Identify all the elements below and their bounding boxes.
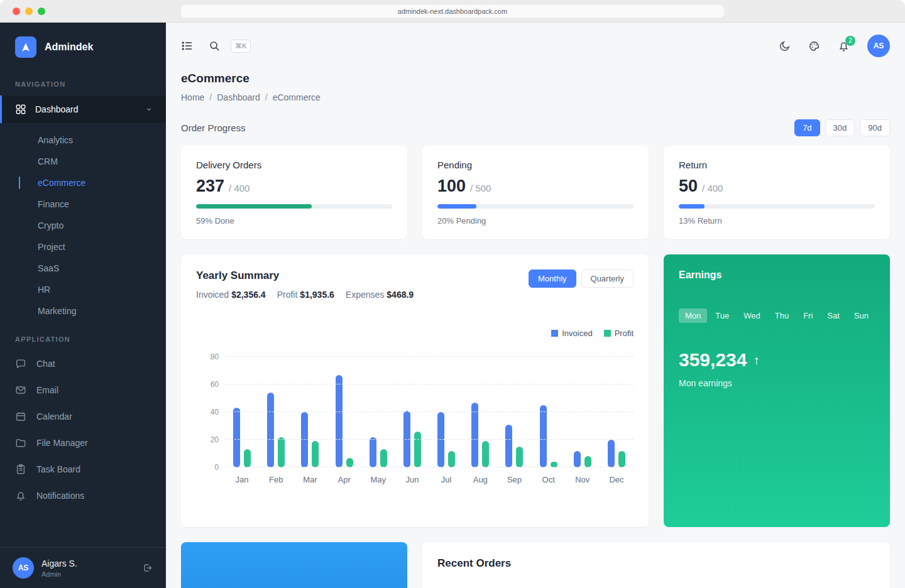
chart-x-label-mar: Mar — [293, 475, 327, 484]
zoom-window-button[interactable] — [38, 8, 45, 15]
theme-palette-icon[interactable] — [808, 40, 820, 52]
bar-profit-feb — [278, 437, 285, 467]
sidebar-item-dashboard[interactable]: Dashboard — [0, 95, 166, 123]
range-button-30d[interactable]: 30d — [825, 119, 855, 136]
sidebar-item-crm[interactable]: CRM — [0, 151, 166, 172]
chart-y-tick: 60 — [196, 380, 219, 389]
menu-list-icon[interactable] — [181, 40, 194, 52]
breadcrumb-separator: / — [265, 92, 268, 102]
sidebar-item-email[interactable]: Email — [0, 377, 166, 403]
sidebar-item-task-board[interactable]: Task Board — [0, 456, 166, 482]
chart-x-label-nov: Nov — [566, 475, 600, 484]
stat-caption: 20% Pending — [437, 216, 634, 226]
bar-profit-apr — [346, 458, 353, 467]
email-icon — [15, 384, 26, 396]
sidebar-item-marketing[interactable]: Marketing — [0, 300, 166, 322]
sidebar-item-label: Notifications — [36, 491, 84, 501]
stat-progress-track — [437, 204, 634, 209]
breadcrumb-home[interactable]: Home — [181, 92, 204, 102]
stat-total: / 500 — [470, 183, 491, 193]
main-content: ⌘K 2 AS — [166, 23, 905, 588]
day-chip-thu[interactable]: Thu — [769, 308, 795, 323]
day-chip-fri[interactable]: Fri — [797, 308, 819, 323]
search-icon[interactable] — [209, 40, 221, 52]
user-avatar-button[interactable]: AS — [867, 35, 890, 57]
legend-item-profit[interactable]: Profit — [604, 329, 634, 338]
bar-invoiced-may — [370, 437, 376, 467]
sidebar-user-card[interactable]: AS Aigars S. Admin — [0, 547, 166, 588]
browser-window: admindek-next.dashboardpack.com Admindek… — [0, 0, 905, 588]
sidebar-sub-list: AnalyticsCRMeCommerceFinanceCryptoProjec… — [0, 123, 166, 324]
chart-column-jan — [225, 357, 259, 467]
breadcrumb-ecommerce[interactable]: eCommerce — [273, 92, 321, 102]
sidebar-item-chat[interactable]: Chat — [0, 351, 166, 377]
bar-profit-jul — [448, 451, 455, 467]
range-button-7d[interactable]: 7d — [794, 119, 820, 136]
breadcrumb-dashboard[interactable]: Dashboard — [217, 92, 260, 102]
chart-columns — [225, 357, 634, 467]
bar-invoiced-oct — [540, 405, 547, 467]
bar-profit-mar — [312, 441, 319, 467]
legend-item-invoiced[interactable]: Invoiced — [551, 329, 592, 338]
day-chip-sat[interactable]: Sat — [821, 308, 846, 323]
day-chip-wed[interactable]: Wed — [737, 308, 767, 323]
bar-invoiced-feb — [267, 393, 274, 467]
search-shortcut-kbd[interactable]: ⌘K — [231, 40, 251, 53]
chart-column-jun — [395, 357, 429, 467]
sidebar-item-hr[interactable]: HR — [0, 279, 166, 300]
close-window-button[interactable] — [13, 8, 20, 15]
stat-value: 100 — [437, 177, 466, 196]
chart-column-aug — [463, 357, 497, 467]
sidebar-item-analytics[interactable]: Analytics — [0, 129, 166, 151]
notifications-button[interactable]: 2 — [838, 40, 850, 52]
bar-profit-jan — [244, 449, 251, 467]
chart-x-label-dec: Dec — [600, 475, 634, 484]
stats-row: Delivery Orders 237 / 400 59% Done Pendi… — [181, 146, 890, 239]
sidebar-item-ecommerce[interactable]: eCommerce — [0, 172, 166, 193]
legend-label: Profit — [615, 329, 634, 338]
bar-invoiced-sep — [505, 425, 512, 467]
dark-mode-moon-icon[interactable] — [779, 40, 791, 52]
logout-icon[interactable] — [142, 562, 153, 574]
stat-card-delivery-orders: Delivery Orders 237 / 400 59% Done — [181, 146, 407, 239]
sidebar-item-crypto[interactable]: Crypto — [0, 215, 166, 236]
sidebar-item-finance[interactable]: Finance — [0, 193, 166, 215]
day-chip-mon[interactable]: Mon — [679, 308, 707, 323]
chart-gridline — [225, 356, 634, 357]
chart-x-label-apr: Apr — [327, 475, 361, 484]
earnings-days: MonTueWedThuFriSatSun — [679, 308, 875, 323]
chart-gridline — [225, 467, 634, 467]
sidebar-item-file-manager[interactable]: File Manager — [0, 430, 166, 456]
day-chip-sun[interactable]: Sun — [848, 308, 875, 323]
trend-up-arrow-icon: ↑ — [753, 353, 759, 368]
sidebar-item-label: Dashboard — [35, 104, 79, 114]
sidebar-item-notifications[interactable]: Notifications — [0, 482, 166, 509]
stat-progress-fill — [196, 204, 312, 209]
chart-x-label-jul: Jul — [429, 475, 463, 484]
chart-gridline — [225, 411, 634, 412]
stat-title: Pending — [437, 160, 634, 170]
brand[interactable]: Admindek — [0, 23, 166, 69]
dashboard-grid-icon — [15, 104, 26, 115]
range-button-90d[interactable]: 90d — [860, 119, 890, 136]
legend-label: Invoiced — [562, 329, 592, 338]
blue-summary-card — [181, 542, 407, 588]
sidebar-section-navigation: NAVIGATION — [0, 69, 166, 95]
sidebar-item-calendar[interactable]: Calendar — [0, 403, 166, 430]
minimize-window-button[interactable] — [25, 8, 33, 15]
task-board-icon — [15, 464, 26, 475]
address-bar[interactable]: admindek-next.dashboardpack.com — [181, 5, 724, 18]
toggle-quarterly-button[interactable]: Quarterly — [581, 270, 634, 288]
earnings-value: 359,234 — [679, 349, 747, 371]
bar-profit-sep — [516, 447, 523, 467]
chart-x-labels: JanFebMarAprMayJunJulAugSepOctNovDec — [225, 475, 634, 484]
sidebar-item-project[interactable]: Project — [0, 236, 166, 258]
day-chip-tue[interactable]: Tue — [709, 308, 735, 323]
chart-gridline — [225, 384, 634, 384]
yearly-metrics: Invoiced$2,356.4 Profit$1,935.6 Expenses… — [196, 290, 414, 300]
chart-plot: 020406080 — [225, 357, 634, 467]
stat-card-return: Return 50 / 400 13% Return — [664, 146, 890, 239]
sidebar-item-saas[interactable]: SaaS — [0, 258, 166, 279]
toggle-monthly-button[interactable]: Monthly — [529, 270, 576, 288]
chart-y-tick: 0 — [196, 463, 219, 472]
